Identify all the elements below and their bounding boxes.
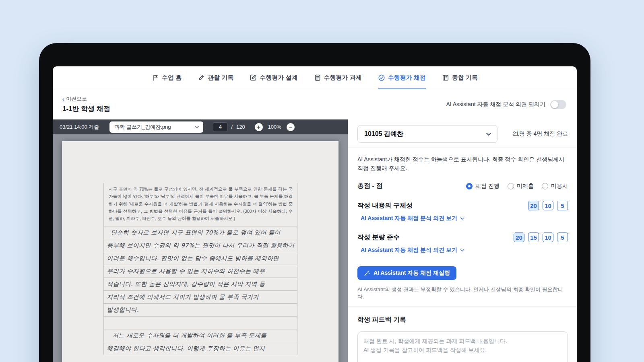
radio-label: 미응시: [551, 183, 568, 190]
zoom-out-button[interactable]: −: [287, 123, 295, 131]
criterion-row-specificity: 작성 내용의 구체성 20 10 5: [357, 201, 568, 210]
chevron-down-icon: [486, 132, 491, 136]
handwritten-line: 우리가 수자원으로 사용할 수 있는 지하수와 하천수는 매우: [104, 265, 297, 278]
nav-tab-overall-record[interactable]: 종합 기록: [442, 66, 478, 89]
nav-tab-assessment-task[interactable]: 수행평가 과제: [314, 66, 362, 89]
page-background: 수업 홈 관찰 기록 수행평가 설계: [0, 0, 644, 362]
handwritten-line: 저는 새로운 수자원을 더 개발하여 이러한 물 부족 문제를: [104, 329, 297, 342]
student-row: 10105 김예찬 21명 중 4명 채점 완료: [357, 125, 568, 143]
page-separator: /: [231, 124, 233, 130]
page-title: 1-1반 학생 채점: [62, 104, 110, 113]
feedback-section-title: 학생 피드백 기록: [357, 316, 568, 324]
main-content: 03/21 14:00 제출 과학 글쓰기_김예찬.png 4 / 120: [53, 119, 577, 362]
grading-progress: 21명 중 4명 채점 완료: [513, 130, 568, 138]
ai-opinion-link[interactable]: AI Assistant 자동 채점 분석 의견 보기: [361, 215, 464, 222]
nav-tab-label: 수행평가 설계: [260, 74, 297, 82]
handwritten-line: 단순히 숫자로 보자면 지구 표면의 70%가 물로 덮여 있어 물이: [104, 226, 297, 239]
zoom-in-button[interactable]: +: [255, 123, 263, 131]
nav-tab-observation-record[interactable]: 관찰 기록: [198, 66, 233, 89]
score-chip[interactable]: 5: [557, 232, 568, 242]
page-header: ‹ 이전으로 1-1반 학생 채점 AI Assistant 자동 채점 분석 …: [53, 89, 577, 119]
radio-selected-icon: [466, 183, 473, 189]
task-document-icon: [314, 74, 321, 81]
handwritten-line: 지리적 조건에 의해서도 차이가 발생하여 물 부족 국가가: [104, 291, 297, 304]
criterion-label: 작성 분량 준수: [357, 233, 400, 242]
chevron-down-icon: [194, 125, 199, 129]
rerun-ai-grading-button[interactable]: AI Assistant 자동 채점 재실행: [357, 266, 456, 280]
back-label: 이전으로: [66, 95, 87, 103]
scanned-document: 지구 표면이 약 70%는 물로 구성되어 있지만, 전 세계적으로 물 부족으…: [62, 141, 339, 362]
ai-opinion-link[interactable]: AI Assistant 자동 채점 분석 의견 보기: [361, 247, 464, 254]
document-canvas[interactable]: 지구 표면이 약 70%는 물로 구성되어 있지만, 전 세계적으로 물 부족으…: [53, 134, 348, 362]
handwritten-line: [104, 317, 297, 329]
score-chip-selected[interactable]: 20: [528, 201, 539, 210]
handwritten-line: 해결해야 한다고 생각합니다. 이렇게 주장하는 이유는 먼저: [104, 342, 297, 355]
zoom-controls: + 100% −: [255, 123, 295, 131]
flag-icon: [152, 74, 159, 81]
nav-tab-class-home[interactable]: 수업 홈: [152, 66, 182, 89]
file-name: 과학 글쓰기_김예찬.png: [114, 123, 171, 131]
header-right: AI Assistant 자동 채점 분석 의견 펼치기: [446, 100, 566, 109]
document-viewer-pane: 03/21 14:00 제출 과학 글쓰기_김예찬.png 4 / 120: [53, 119, 348, 362]
compose-icon: [250, 74, 257, 81]
viewer-toolbar: 03/21 14:00 제출 과학 글쓰기_김예찬.png 4 / 120: [53, 119, 348, 134]
nav-tab-label: 종합 기록: [452, 74, 478, 82]
score-chip[interactable]: 10: [543, 201, 553, 210]
score-chip-group: 20 15 10 5: [514, 232, 568, 242]
back-link[interactable]: ‹ 이전으로: [62, 95, 87, 103]
radio-absent[interactable]: 미응시: [542, 183, 568, 190]
radio-grading-in-progress[interactable]: 채점 진행: [466, 183, 500, 190]
score-chip[interactable]: 10: [543, 232, 553, 242]
page-total: 120: [236, 124, 245, 130]
nav-tab-assessment-grading[interactable]: 수행평가 채점: [378, 66, 426, 89]
ai-opinion-link-label: AI Assistant 자동 채점 분석 의견 보기: [361, 215, 457, 222]
file-select-dropdown[interactable]: 과학 글쓰기_김예찬.png: [109, 121, 203, 133]
rerun-button-label: AI Assistant 자동 채점 재실행: [374, 269, 450, 277]
divider: [348, 148, 577, 148]
submitted-at-label: 03/21 14:00 제출: [60, 123, 99, 131]
question-prompt: 지구 표면이 약 70%는 물로 구성되어 있지만, 전 세계적으로 물 부족으…: [104, 183, 297, 226]
nav-tab-label: 수행평가 과제: [324, 74, 362, 82]
handwritten-line: 풍부해 보이지만 수권의 약 97%는 짠맛이 나서 우리가 직접 활용하기: [104, 239, 297, 252]
page-input[interactable]: 4: [213, 122, 227, 132]
nav-tab-label: 수업 홈: [162, 74, 182, 82]
criterion-label: 작성 내용의 구체성: [357, 202, 413, 210]
app-window: 수업 홈 관찰 기록 수행평가 설계: [53, 66, 577, 362]
score-chip[interactable]: 15: [528, 232, 539, 242]
divider: [348, 306, 577, 307]
check-circle-icon: [378, 74, 385, 81]
score-chip[interactable]: 5: [557, 201, 568, 210]
ai-score-notice: AI Assistant가 채점한 점수는 하늘색으로 표시됩니다. 최종 점수…: [357, 155, 568, 173]
record-book-icon: [442, 74, 449, 81]
student-name: 10105 김예찬: [364, 130, 403, 138]
ai-toggle-label: AI Assistant 자동 채점 분석 의견 펼치기: [446, 101, 545, 108]
chevron-down-icon: [460, 249, 464, 252]
status-radio-group: 채점 진행 미제출 미응시: [466, 183, 568, 190]
nav-tab-assessment-design[interactable]: 수행평가 설계: [250, 66, 297, 89]
grading-pane: 10105 김예찬 21명 중 4명 채점 완료 AI Assistant가 채…: [348, 119, 577, 362]
student-select-dropdown[interactable]: 10105 김예찬: [357, 125, 497, 143]
criterion-row-length: 작성 분량 준수 20 15 10 5: [357, 232, 568, 242]
ai-opinion-link-label: AI Assistant 자동 채점 분석 의견 보기: [361, 247, 457, 254]
handwritten-line: 적습니다. 또한 높은 산악지대, 강수량이 적은 사막 지역 등: [104, 278, 297, 291]
handwritten-line: 발생합니다.: [104, 304, 297, 317]
chevron-left-icon: ‹: [62, 96, 64, 102]
score-chip-selected[interactable]: 20: [514, 232, 524, 242]
handwritten-answer: 단순히 숫자로 보자면 지구 표면의 70%가 물로 덮여 있어 물이 풍부해 …: [104, 226, 297, 355]
radio-unselected-icon: [508, 183, 514, 189]
ai-opinion-toggle[interactable]: [550, 100, 566, 109]
radio-label: 미제출: [517, 183, 534, 190]
pencil-icon: [198, 74, 205, 81]
answer-sheet: 지구 표면이 약 70%는 물로 구성되어 있지만, 전 세계적으로 물 부족으…: [103, 183, 297, 355]
total-score-label: 총점 - 점: [357, 182, 382, 190]
radio-unselected-icon: [542, 183, 548, 189]
laptop-frame: 수업 홈 관찰 기록 수행평가 설계: [39, 43, 590, 362]
radio-not-submitted[interactable]: 미제출: [508, 183, 534, 190]
chevron-down-icon: [460, 217, 464, 220]
zoom-level: 100%: [268, 124, 281, 130]
top-navigation: 수업 홈 관찰 기록 수행평가 설계: [53, 66, 577, 89]
toggle-knob-icon: [551, 101, 558, 108]
ai-disclaimer: AI Assistant의 생성 결과는 부정확할 수 있습니다. 언제나 선생…: [357, 286, 568, 300]
score-chip-group: 20 10 5: [528, 201, 568, 210]
feedback-textarea[interactable]: [357, 331, 568, 362]
